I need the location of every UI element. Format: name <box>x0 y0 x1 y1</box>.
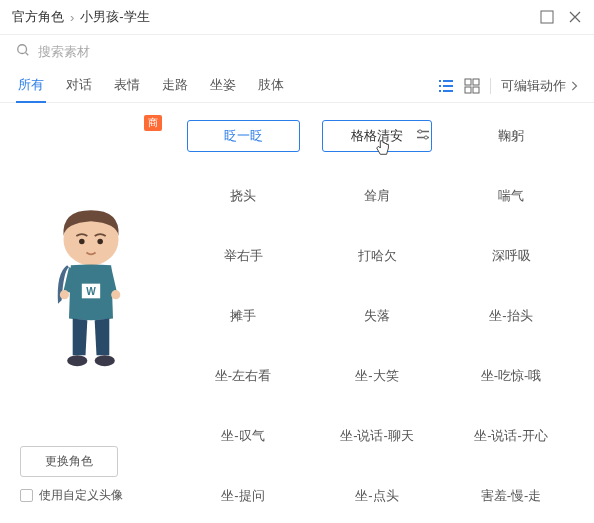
svg-rect-3 <box>443 80 453 82</box>
tab-1[interactable]: 对话 <box>64 70 94 102</box>
animation-item[interactable]: 眨一眨 <box>187 120 300 152</box>
svg-point-17 <box>60 290 69 299</box>
animation-item[interactable]: 坐-叹气 <box>201 423 284 449</box>
animation-item[interactable]: 耸肩 <box>344 183 410 209</box>
tab-5[interactable]: 肢体 <box>256 70 286 102</box>
grid-view-icon[interactable] <box>464 78 480 94</box>
animation-item[interactable]: 坐-左右看 <box>195 363 291 389</box>
tab-4[interactable]: 坐姿 <box>208 70 238 102</box>
use-custom-avatar-checkbox[interactable]: 使用自定义头像 <box>20 487 123 504</box>
character-preview: W <box>31 191 151 391</box>
category-tabs: 所有对话表情走路坐姿肢体 <box>16 70 286 102</box>
svg-rect-9 <box>473 79 479 85</box>
breadcrumb: 官方角色 › 小男孩-学生 <box>12 8 150 26</box>
animation-item[interactable]: 摊手 <box>210 303 276 329</box>
use-custom-avatar-label: 使用自定义头像 <box>39 487 123 504</box>
svg-point-13 <box>79 239 85 245</box>
animation-item[interactable]: 喘气 <box>478 183 544 209</box>
animation-item[interactable]: 坐-大笑 <box>335 363 418 389</box>
search-input[interactable] <box>38 44 238 59</box>
list-view-icon[interactable] <box>438 78 454 94</box>
commercial-badge: 商 <box>144 115 162 131</box>
tab-3[interactable]: 走路 <box>160 70 190 102</box>
svg-rect-11 <box>473 87 479 93</box>
checkbox-icon <box>20 489 33 502</box>
animation-item[interactable]: 坐-抬头 <box>469 303 552 329</box>
animation-item[interactable]: 失落 <box>344 303 410 329</box>
editable-actions-button[interactable]: 可编辑动作 <box>501 77 578 95</box>
svg-rect-5 <box>443 85 453 87</box>
search-box[interactable] <box>16 43 578 60</box>
breadcrumb-root[interactable]: 官方角色 <box>12 8 64 26</box>
tab-0[interactable]: 所有 <box>16 70 46 102</box>
svg-point-20 <box>95 355 115 366</box>
svg-point-18 <box>111 290 120 299</box>
animation-item[interactable]: 鞠躬 <box>478 123 544 149</box>
animation-item[interactable]: 坐-点头 <box>335 483 418 509</box>
animation-item[interactable]: 坐-吃惊-哦 <box>461 363 562 389</box>
animation-grid: 眨一眨格格清安鞠躬挠头耸肩喘气举右手打哈欠深呼吸摊手失落坐-抬头坐-左右看坐-大… <box>166 115 578 516</box>
editable-actions-label: 可编辑动作 <box>501 77 566 95</box>
svg-point-19 <box>67 355 87 366</box>
svg-rect-4 <box>439 85 441 87</box>
svg-rect-2 <box>439 80 441 82</box>
svg-rect-6 <box>439 90 441 92</box>
svg-point-1 <box>18 45 27 54</box>
adjust-icon[interactable] <box>416 129 430 144</box>
svg-rect-7 <box>443 90 453 92</box>
animation-item[interactable]: 挠头 <box>210 183 276 209</box>
chevron-right-icon <box>570 79 578 94</box>
svg-rect-0 <box>541 11 553 23</box>
animation-item[interactable]: 打哈欠 <box>338 243 417 269</box>
breadcrumb-separator: › <box>70 10 74 25</box>
svg-point-22 <box>424 136 427 139</box>
svg-rect-8 <box>465 79 471 85</box>
svg-point-14 <box>97 239 102 245</box>
tab-2[interactable]: 表情 <box>112 70 142 102</box>
animation-item[interactable]: 坐-说话-聊天 <box>320 423 434 449</box>
svg-point-21 <box>418 130 421 133</box>
minimize-button[interactable] <box>540 10 554 24</box>
animation-item[interactable]: 害羞-慢-走 <box>461 483 562 509</box>
breadcrumb-current: 小男孩-学生 <box>80 8 149 26</box>
animation-item[interactable]: 举右手 <box>204 243 283 269</box>
change-role-button[interactable]: 更换角色 <box>20 446 118 477</box>
svg-text:W: W <box>86 286 96 297</box>
svg-rect-10 <box>465 87 471 93</box>
close-button[interactable] <box>568 10 582 24</box>
animation-item[interactable]: 坐-说话-开心 <box>454 423 568 449</box>
divider <box>490 78 491 94</box>
search-icon <box>16 43 30 60</box>
animation-item[interactable]: 坐-提问 <box>201 483 284 509</box>
animation-item[interactable]: 深呼吸 <box>472 243 551 269</box>
